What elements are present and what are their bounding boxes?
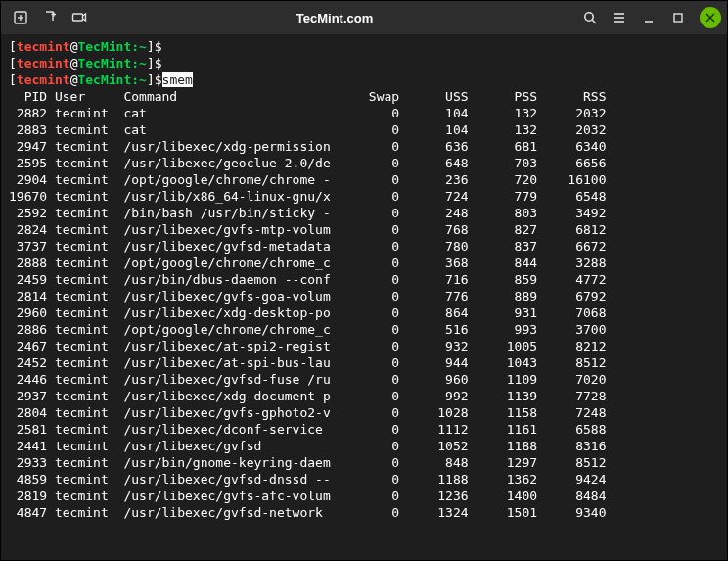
close-button[interactable] — [700, 7, 721, 28]
svg-rect-5 — [73, 14, 83, 21]
prompt-line: [tecmint@TecMint:~]$ — [9, 38, 719, 55]
table-row: 2886 tecmint /opt/google/chrome/chrome_c… — [9, 321, 719, 338]
table-row: 2882 tecmint cat 0 104 132 2032 — [9, 105, 719, 121]
maximize-button[interactable] — [664, 4, 692, 31]
table-row: 2459 tecmint /usr/bin/dbus-daemon --conf… — [9, 271, 719, 288]
menu-button[interactable] — [606, 4, 633, 31]
table-row: 2937 tecmint /usr/libexec/xdg-document-p… — [9, 388, 719, 404]
broadcast-button[interactable] — [66, 4, 93, 31]
table-row: 4859 tecmint /usr/libexec/gvfsd-dnssd --… — [9, 471, 719, 488]
table-row: 2933 tecmint /usr/bin/gnome-keyring-daem… — [9, 454, 719, 471]
terminal-body[interactable]: [tecmint@TecMint:~]$[tecmint@TecMint:~]$… — [1, 34, 727, 560]
new-window-button[interactable] — [36, 4, 64, 31]
new-tab-button[interactable] — [7, 4, 34, 31]
table-header: PID User Command Swap USS PSS RSS — [9, 88, 719, 105]
table-row: 2446 tecmint /usr/libexec/gvfsd-fuse /ru… — [9, 371, 719, 388]
table-row: 2814 tecmint /usr/libexec/gvfs-goa-volum… — [9, 288, 719, 304]
table-row: 2452 tecmint /usr/libexec/at-spi-bus-lau… — [9, 354, 719, 371]
svg-rect-12 — [674, 14, 682, 22]
svg-point-6 — [585, 13, 593, 21]
table-row: 2947 tecmint /usr/libexec/xdg-permission… — [9, 138, 719, 155]
table-row: 2581 tecmint /usr/libexec/dconf-service … — [9, 421, 719, 438]
minimize-button[interactable] — [635, 4, 662, 31]
table-row: 2592 tecmint /bin/bash /usr/bin/sticky -… — [9, 205, 719, 221]
search-button[interactable] — [576, 4, 604, 31]
svg-line-7 — [592, 20, 596, 23]
prompt-line: [tecmint@TecMint:~]$smem — [9, 71, 719, 88]
table-row: 19670 tecmint /usr/lib/x86_64-linux-gnu/… — [9, 188, 719, 205]
table-row: 2804 tecmint /usr/libexec/gvfs-gphoto2-v… — [9, 404, 719, 421]
typed-command: smem — [162, 72, 193, 87]
table-row: 2883 tecmint cat 0 104 132 2032 — [9, 121, 719, 138]
table-row: 4847 tecmint /usr/libexec/gvfsd-network … — [9, 504, 719, 521]
table-row: 2441 tecmint /usr/libexec/gvfsd 0 1052 1… — [9, 438, 719, 454]
table-row: 2467 tecmint /usr/libexec/at-spi2-regist… — [9, 338, 719, 354]
table-row: 2960 tecmint /usr/libexec/xdg-desktop-po… — [9, 304, 719, 321]
table-row: 2824 tecmint /usr/libexec/gvfs-mtp-volum… — [9, 221, 719, 238]
table-row: 2819 tecmint /usr/libexec/gvfs-afc-volum… — [9, 488, 719, 504]
table-row: 2904 tecmint /opt/google/chrome/chrome -… — [9, 171, 719, 188]
terminal-window: TecMint.com — [0, 0, 728, 561]
titlebar: TecMint.com — [1, 1, 727, 34]
prompt-line: [tecmint@TecMint:~]$ — [9, 55, 719, 71]
table-row: 2888 tecmint /opt/google/chrome/chrome_c… — [9, 255, 719, 271]
table-row: 3737 tecmint /usr/libexec/gvfsd-metadata… — [9, 238, 719, 255]
table-row: 2595 tecmint /usr/libexec/geoclue-2.0/de… — [9, 155, 719, 171]
window-title: TecMint.com — [296, 11, 374, 25]
